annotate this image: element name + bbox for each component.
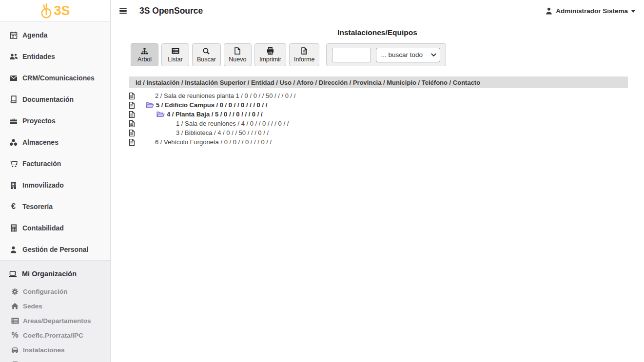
tree-row[interactable]: 3 / Biblioteca / 4 / 0 / / 50 / / / 0 / … (129, 128, 628, 137)
sidebar-item-label: Agenda (22, 31, 47, 39)
document-icon (129, 102, 135, 109)
book-icon (9, 95, 18, 103)
sidebar-section-mi-organizacion: Mi Organización Configuración Sedes Area… (0, 260, 110, 362)
top-header: 3S OpenSource Administrador Sistema (111, 0, 644, 22)
logo-text: 3S (54, 3, 70, 19)
sidebar-item-label: Inmovilizado (22, 181, 64, 189)
imprimir-button[interactable]: Imprimir (254, 43, 286, 66)
sidebar-item-facturacion[interactable]: Facturación (0, 153, 110, 174)
sidebar-item-label: Facturación (22, 160, 61, 168)
list-icon (172, 47, 179, 55)
app-title: 3S OpenSource (139, 6, 203, 16)
search-icon (203, 47, 210, 55)
briefcase-icon (9, 117, 18, 125)
button-label: Nuevo (229, 56, 246, 63)
chevron-down-icon (631, 10, 635, 13)
document-icon (129, 93, 135, 99)
list-icon (11, 318, 19, 324)
search-group: ... buscar todo (326, 43, 446, 66)
printer-icon (267, 47, 274, 55)
sidebar-item-gestion-personal[interactable]: Gestión de Personal (0, 239, 110, 260)
tree-row[interactable]: 2 / Sala de reuniones planta 1 / 0 / 0 /… (129, 91, 628, 100)
document-icon (129, 139, 135, 146)
document-icon (129, 111, 135, 118)
sidebar-item-crm[interactable]: CRM/Comunicaciones (0, 67, 110, 89)
tree-row[interactable]: 1 / Sala de reuniones / 4 / 0 / / 0 / / … (129, 119, 628, 128)
tree-row[interactable]: 4 / Planta Baja / 5 / 0 / / 0 / / / 0 / … (129, 110, 628, 119)
logo-icon (40, 2, 53, 19)
sidebar-item-label: Documentación (22, 95, 74, 103)
sidebar-item-label: Areas/Departamentos (23, 317, 91, 324)
folder-open-icon[interactable] (156, 111, 165, 117)
tree-row-text: 5 / Edificio Campus / 0 / 0 / / 0 / / / … (156, 101, 267, 109)
tree-row-text: 4 / Planta Baja / 5 / 0 / / 0 / / / 0 / … (167, 111, 263, 118)
toolbar: Arbol Listar Buscar Nuevo Imprimir (131, 43, 644, 66)
sidebar-item-proyectos[interactable]: Proyectos (0, 110, 110, 132)
laptop-icon (8, 270, 18, 278)
tree-row[interactable]: 5 / Edificio Campus / 0 / 0 / / 0 / / / … (129, 100, 628, 110)
sidebar-item-contabilidad[interactable]: Contabilidad (0, 217, 110, 239)
grid-column-headers: Id / Instalación / Instalación Superior … (129, 76, 628, 88)
buscar-button[interactable]: Buscar (192, 43, 221, 66)
user-icon (546, 7, 552, 15)
sidebar-item-configuracion[interactable]: Configuración (0, 284, 110, 299)
sidebar-item-agenda[interactable]: Agenda (0, 24, 110, 46)
user-name: Administrador Sistema (556, 7, 628, 15)
button-label: Imprimir (259, 56, 281, 63)
sidebar-item-instalaciones[interactable]: Instalaciones (0, 343, 110, 357)
folder-open-icon[interactable] (146, 102, 154, 108)
user-menu[interactable]: Administrador Sistema (546, 7, 635, 15)
instalaciones-grid: Id / Instalación / Instalación Superior … (129, 76, 628, 147)
button-label: Listar (168, 56, 183, 63)
sitemap-icon (141, 47, 148, 55)
search-scope-wrapper: ... buscar todo (376, 48, 440, 62)
sidebar-item-areas-departamentos[interactable]: Areas/Departamentos (0, 313, 110, 328)
sidebar-item-label: CRM/Comunicaciones (22, 74, 95, 82)
button-label: Informe (294, 56, 314, 63)
button-label: Arbol (137, 56, 152, 63)
cart-icon (9, 160, 18, 168)
calculator-icon (9, 224, 18, 232)
calendar-icon (9, 31, 18, 39)
sidebar-item-label: Gestión de Personal (22, 246, 88, 253)
menu-toggle-icon[interactable] (117, 5, 129, 17)
sidebar-item-sedes[interactable]: Sedes (0, 299, 110, 313)
tree-row-text: 2 / Sala de reuniones planta 1 / 0 / 0 /… (155, 92, 295, 99)
tree-row[interactable]: 6 / Vehículo Furgoneta / 0 / 0 / / 0 / /… (129, 137, 628, 147)
sidebar-item-almacenes[interactable]: Almacenes (0, 132, 110, 153)
sidebar-nav: Agenda Entidades CRM/Comunicaciones Docu… (0, 22, 110, 260)
document-icon (129, 130, 135, 136)
sidebar-item-label: Coefic.Prorrata/IPC (23, 332, 83, 339)
listar-button[interactable]: Listar (161, 43, 189, 66)
informe-button[interactable]: Informe (289, 43, 319, 66)
page-title: Instalaciones/Equipos (111, 28, 644, 37)
app-logo[interactable]: 3S (0, 0, 110, 22)
sidebar-item-mi-organizacion[interactable]: Mi Organización (0, 264, 110, 284)
sidebar-item-centros[interactable]: Centros (0, 357, 110, 362)
sidebar-item-entidades[interactable]: Entidades (0, 46, 110, 67)
envelope-icon (9, 75, 18, 81)
cubes-icon (9, 138, 18, 146)
sidebar: 3S Agenda Entidades CRM/Comunicaciones D… (0, 0, 111, 362)
file-icon (234, 47, 240, 55)
sidebar-item-coefic-prorrata-ipc[interactable]: % Coefic.Prorrata/IPC (0, 328, 110, 343)
sidebar-item-documentacion[interactable]: Documentación (0, 89, 110, 110)
sidebar-item-label: Almacenes (22, 138, 59, 146)
search-scope-select[interactable]: ... buscar todo (376, 48, 440, 62)
sidebar-section-label: Mi Organización (22, 270, 77, 278)
euro-icon: € (9, 203, 18, 210)
sidebar-item-inmovilizado[interactable]: Inmovilizado (0, 174, 110, 196)
home-icon (11, 303, 19, 309)
button-label: Buscar (197, 56, 216, 63)
sidebar-item-label: Tesorería (22, 203, 53, 210)
file-text-icon (301, 47, 307, 55)
users-icon (9, 53, 18, 60)
nuevo-button[interactable]: Nuevo (224, 43, 252, 66)
sidebar-item-tesoreria[interactable]: € Tesorería (0, 196, 110, 217)
search-input[interactable] (332, 48, 371, 62)
tree-row-text: 3 / Biblioteca / 4 / 0 / / 50 / / / 0 / … (176, 129, 269, 136)
sidebar-item-label: Contabilidad (22, 224, 64, 232)
sidebar-item-label: Proyectos (22, 117, 56, 125)
main-content: Instalaciones/Equipos Arbol Listar Busca… (111, 28, 644, 147)
arbol-button[interactable]: Arbol (131, 43, 158, 66)
